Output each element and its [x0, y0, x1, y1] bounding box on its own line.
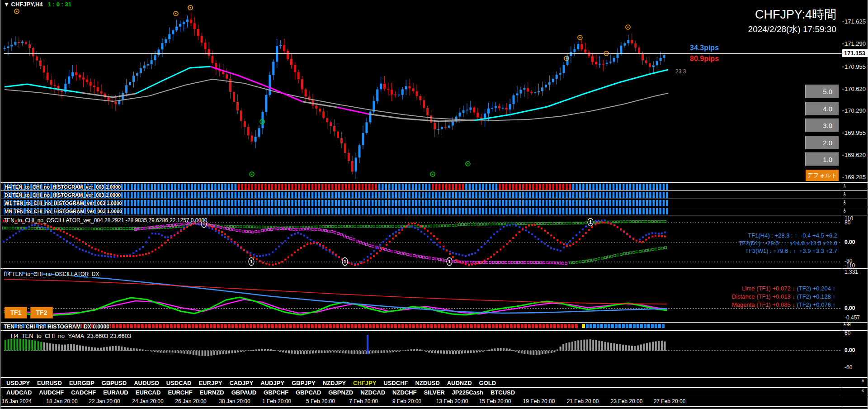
symbol-item-gbpjpy[interactable]: GBPJPY	[292, 380, 316, 386]
current-price-badge: 171.153	[842, 49, 868, 57]
candle-body	[591, 57, 594, 62]
candle-body	[79, 75, 81, 77]
candle-countdown-timer: 1 : 0 : 31	[48, 1, 71, 8]
symbol-item-audchf[interactable]: AUDCHF	[39, 389, 64, 396]
candle-body	[559, 73, 561, 75]
symbol-item-audcad[interactable]: AUDCAD	[6, 389, 32, 396]
zoom-level-button[interactable]: 1.0	[805, 152, 839, 166]
symbol-item-eurchf[interactable]: EURCHF	[168, 389, 192, 396]
symbol-item-audnzd[interactable]: AUDNZD	[447, 380, 472, 386]
symbol-item-gbpchf[interactable]: GBPCHF	[264, 389, 288, 396]
candle-body	[606, 62, 608, 64]
candle-body	[487, 109, 490, 114]
symbol-item-usdchf[interactable]: USDCHF	[383, 380, 408, 386]
candle-body	[287, 51, 289, 59]
symbol-item-audjpy[interactable]: AUDJPY	[260, 380, 284, 386]
signal-circle-icon	[578, 35, 582, 40]
date-axis-label: 9 Feb 20:00	[392, 398, 421, 404]
candle-body	[179, 24, 181, 27]
candle-body	[183, 22, 185, 24]
candle-body	[538, 91, 540, 92]
candle-body	[244, 121, 246, 127]
candle-body	[330, 122, 332, 126]
candle-body	[68, 76, 70, 84]
symbol-item-gbpaud[interactable]: GBPAUD	[231, 389, 256, 396]
date-axis-label: 5 Feb 20:00	[306, 398, 335, 404]
circled-one-marker: 1	[447, 258, 452, 266]
candle-body	[161, 43, 163, 50]
symbol-item-eurcad[interactable]: EURCAD	[136, 389, 161, 396]
symbol-item-silver[interactable]: SILVER	[424, 389, 445, 396]
candle-body	[269, 75, 271, 95]
candle-body	[444, 127, 447, 128]
oscillator-dot-series	[570, 247, 667, 264]
tf-toggle-button[interactable]: TF2	[30, 307, 53, 319]
candle-body	[54, 85, 56, 86]
symbol-item-eurnzd[interactable]: EURNZD	[200, 389, 224, 396]
candle-body	[25, 42, 27, 44]
candle-body	[584, 49, 586, 52]
candle-body	[409, 86, 411, 89]
symbol-item-gbpusd[interactable]: GBPUSD	[102, 380, 127, 386]
tf-histogram-row-label: W1 TEN_to_CHI_no_HISTOGRAM_ver_003 1.000…	[5, 200, 122, 206]
candle-body	[462, 110, 465, 113]
symbol-item-usdjpy[interactable]: USDJPY	[6, 380, 30, 386]
candle-body	[90, 82, 92, 86]
zoom-level-button[interactable]: 3.0	[805, 119, 839, 132]
yama-blue-spike-bar	[367, 335, 368, 354]
candle-body	[344, 143, 346, 153]
symbol-item-cadjpy[interactable]: CADJPY	[229, 380, 253, 386]
candle-body	[634, 43, 637, 48]
symbol-item-gold[interactable]: GOLD	[479, 380, 496, 386]
subwindow-scale-label: 80	[844, 219, 850, 226]
symbol-item-cadchf[interactable]: CADCHF	[71, 389, 96, 396]
subwindow-scale-label: -110	[844, 262, 855, 269]
histogram-dx-row-header: TEN_to_CHI_no_HISTOGRAM_DX 0.0000	[4, 323, 109, 330]
symbol-item-gbpnzd[interactable]: GBPNZD	[328, 389, 353, 396]
chevron-down-icon[interactable]: ▼	[4, 1, 9, 8]
symbol-item-eurusd[interactable]: EURUSD	[37, 380, 62, 386]
symbol-item-audusd[interactable]: AUDUSD	[134, 380, 159, 386]
tf-info-line: TF2(D1) : -29.0 : ↑ +14.6 +13.5 +11.6	[739, 239, 837, 247]
symbol-item-btcusd[interactable]: BTCUSD	[491, 389, 515, 396]
candle-body	[452, 122, 454, 126]
zoom-level-button[interactable]: 2.0	[805, 136, 839, 149]
symbol-item-nzdchf[interactable]: NZDCHF	[392, 389, 416, 396]
symbol-item-usdcad[interactable]: USDCAD	[166, 380, 192, 386]
tf-info-block: TF1(H4) : +28.3 : ↑ -0.4 +4.5 +6.2TF2(D1…	[739, 232, 837, 255]
candle-body	[7, 47, 9, 48]
symbol-item-nzdjpy[interactable]: NZDJPY	[323, 380, 346, 386]
candle-body	[441, 127, 443, 129]
price-axis-label: 170.290	[844, 107, 866, 114]
default-zoom-button[interactable]: デフォルト	[806, 170, 839, 181]
date-axis-label: 1 Feb 20:00	[262, 398, 291, 404]
candle-body	[545, 85, 547, 87]
candle-body	[365, 122, 368, 133]
zoom-level-button[interactable]: 4.0	[805, 102, 839, 115]
candle-body	[563, 65, 565, 73]
symbol-item-eurjpy[interactable]: EURJPY	[198, 380, 222, 386]
symbol-item-jp225cash[interactable]: JP225Cash	[452, 389, 483, 396]
symbol-item-euraud[interactable]: EURAUD	[103, 389, 128, 396]
mini-scale-glyph: 6	[862, 390, 864, 392]
symbol-item-gbpcad[interactable]: GBPCAD	[296, 389, 321, 396]
symbol-item-eurgbp[interactable]: EURGBP	[69, 380, 94, 386]
candle-body	[125, 85, 127, 93]
symbol-item-nzdcad[interactable]: NZDCAD	[360, 389, 385, 396]
candle-body	[322, 112, 325, 118]
symbol-item-nzdusd[interactable]: NZDUSD	[415, 380, 439, 386]
signal-circle-icon	[250, 172, 254, 176]
oscillator-dot-series	[135, 222, 567, 264]
trend-ma-segment	[475, 70, 668, 120]
symbol-item-chfjpy[interactable]: CHFJPY	[353, 380, 376, 386]
tf-info-line: TF3(W1) : +79.6 : ↑ +3.9 +3.3 +2.7	[739, 247, 837, 255]
zoom-level-button[interactable]: 5.0	[805, 85, 839, 98]
tf-toggle-button[interactable]: TF1	[5, 307, 27, 319]
candle-body	[519, 90, 522, 93]
tf-histogram-row-label: MN TEN_to_CHI_no_HISTOGRAM_ver_003 1.000…	[5, 209, 122, 214]
pips-above-label: 34.3pips	[690, 44, 719, 52]
date-axis-label: 22 Jan 20:00	[89, 398, 120, 404]
candle-body	[513, 95, 515, 105]
candle-body	[476, 113, 479, 118]
candle-body	[305, 90, 307, 97]
